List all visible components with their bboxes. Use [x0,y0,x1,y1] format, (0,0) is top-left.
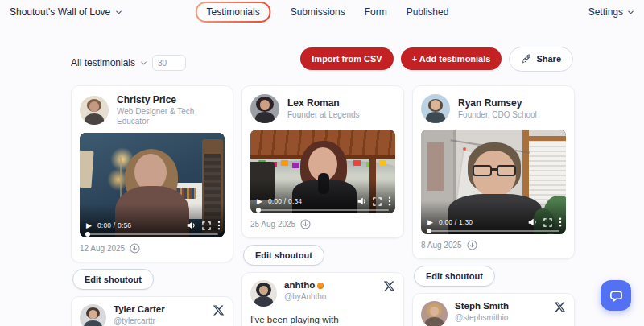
video-controls: ▶ 0:00 / 0:34 [257,196,391,206]
chevron-down-icon [140,60,147,67]
author-name: Tyler Carter [114,304,165,315]
avatar [421,301,448,326]
avatar [80,96,109,125]
x-logo-icon[interactable] [554,301,566,313]
download-icon[interactable] [467,240,477,250]
author-name: Ryan Rumsey [458,97,537,109]
author-role: Web Designer & Tech Educator [117,107,225,126]
tab-testimonials[interactable]: Testimonials [196,2,271,23]
rocket-icon [521,54,531,64]
chevron-down-icon [115,9,122,16]
testimonials-app: Shoutout's Wall of Love Testimonials Sub… [0,0,644,326]
edit-shoutout-button[interactable]: Edit shoutout [72,269,154,290]
top-bar: Shoutout's Wall of Love Testimonials Sub… [0,0,644,24]
video-player[interactable]: ▶ 0:00 / 0:34 [250,130,395,213]
share-button[interactable]: Share [509,47,573,72]
play-icon[interactable]: ▶ [427,219,433,226]
workspace-switcher[interactable]: Shoutout's Wall of Love [10,6,122,18]
tweet-text: I've been playing with @shoutout_io for … [250,313,395,326]
share-label: Share [536,54,561,64]
kebab-icon[interactable] [559,217,562,227]
toolbar-actions: Import from CSV + Add testimonials Share [300,47,573,72]
author-handle: @stephsmithio [455,313,509,323]
kebab-icon[interactable] [217,221,221,230]
grid-column-2: Lex Roman Founder at Legends [242,85,404,326]
card-header: Lex Roman Founder at Legends [250,94,395,123]
volume-icon[interactable] [357,196,366,206]
filter-dropdown[interactable]: All testimonials [71,57,135,68]
testimonial-date: 25 Aug 2025 [250,220,295,229]
author-role: Founder, CDO School [458,110,537,120]
testimonial-card-lex[interactable]: Lex Roman Founder at Legends [242,85,404,238]
testimonial-card-anhtho[interactable]: anhtho @byAnhtho I've been playing with … [242,272,404,326]
workspace-title: Shoutout's Wall of Love [10,6,110,18]
testimonial-card-ryan[interactable]: Ryan Rumsey Founder, CDO School [412,85,575,259]
chat-widget-button[interactable] [601,280,631,311]
x-logo-icon[interactable] [213,304,225,316]
volume-icon[interactable] [527,217,537,227]
video-time: 0:00 / 1:30 [439,218,473,226]
video-progress-bar[interactable] [86,233,218,236]
orange-emoji [317,283,324,289]
author-handle: @byAnhtho [284,292,326,302]
author-name: anhtho [284,280,315,291]
grid-column-3: Ryan Rumsey Founder, CDO School [412,85,575,326]
card-header: Ryan Rumsey Founder, CDO School [421,94,566,123]
avatar [250,94,279,123]
fullscreen-icon[interactable] [373,197,382,206]
kebab-icon[interactable] [388,196,391,206]
settings-menu[interactable]: Settings [588,6,634,18]
avatar [250,280,277,307]
edit-shoutout-button[interactable]: Edit shoutout [414,266,495,287]
page-size-input[interactable] [152,55,186,71]
tab-published[interactable]: Published [407,6,449,18]
author-name: Steph Smith [455,301,509,312]
video-progress-bar[interactable] [427,230,559,233]
testimonial-card-steph[interactable]: Steph Smith @stephsmithio [412,293,575,326]
play-icon[interactable]: ▶ [257,198,262,205]
video-progress-bar[interactable] [257,209,389,212]
author-handle: @tylercarttr [114,316,165,326]
testimonial-card-christy[interactable]: Christy Price Web Designer & Tech Educat… [71,85,233,262]
card-header: Christy Price Web Designer & Tech Educat… [80,94,225,126]
toolbar: All testimonials Import from CSV + Add t… [71,46,573,72]
video-time: 0:00 / 0:34 [268,197,302,205]
main-tabs: Testimonials Submissions Form Published [196,0,449,24]
date-row: 25 Aug 2025 [250,219,395,229]
fullscreen-icon[interactable] [202,221,211,230]
fullscreen-icon[interactable] [543,218,552,227]
download-icon[interactable] [130,243,140,254]
tab-form[interactable]: Form [365,6,387,18]
tab-submissions[interactable]: Submissions [291,6,345,18]
testimonial-date: 12 Aug 2025 [80,244,125,253]
author-role: Founder at Legends [287,110,360,120]
testimonials-grid: Christy Price Web Designer & Tech Educat… [71,85,575,326]
import-csv-button[interactable]: Import from CSV [300,47,393,70]
date-row: 12 Aug 2025 [80,243,225,254]
x-logo-icon[interactable] [383,280,395,292]
grid-column-1: Christy Price Web Designer & Tech Educat… [71,85,233,326]
download-icon[interactable] [300,219,311,229]
date-row: 8 Aug 2025 [421,240,566,250]
add-testimonials-button[interactable]: + Add testimonials [401,47,502,70]
testimonial-date: 8 Aug 2025 [421,241,462,250]
settings-label: Settings [588,6,623,18]
avatar [80,304,106,326]
video-time: 0:00 / 0:56 [97,221,131,229]
chat-bubble-icon [609,288,624,303]
video-player[interactable]: ▶ 0:00 / 0:56 [80,133,225,237]
author-name: Lex Roman [287,97,360,109]
play-icon[interactable]: ▶ [86,222,92,229]
avatar [421,94,450,123]
filter-group: All testimonials [71,55,186,71]
chevron-down-icon [627,9,634,16]
volume-icon[interactable] [186,221,196,230]
author-name: Christy Price [117,94,225,105]
video-player[interactable]: ▶ 0:00 / 1:30 [421,130,566,234]
video-controls: ▶ 0:00 / 0:56 [86,221,221,230]
edit-shoutout-button[interactable]: Edit shoutout [243,245,324,266]
testimonial-card-tyler[interactable]: Tyler Carter @tylercarttr [71,296,233,326]
video-controls: ▶ 0:00 / 1:30 [427,217,562,227]
